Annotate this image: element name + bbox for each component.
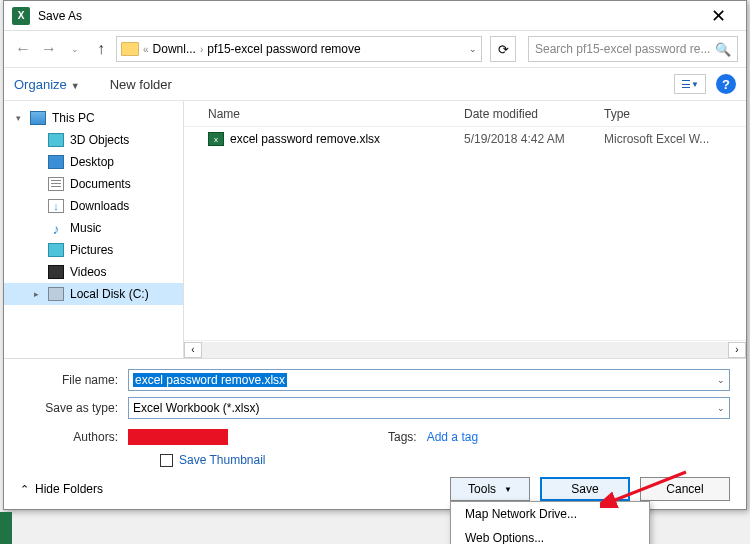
col-header-type[interactable]: Type — [604, 107, 746, 121]
file-rows: xexcel password remove.xlsx5/19/2018 4:4… — [184, 127, 746, 340]
hide-folders-button[interactable]: ⌃ Hide Folders — [20, 482, 103, 496]
search-placeholder: Search pf15-excel password re... — [535, 42, 710, 56]
savetype-value: Excel Workbook (*.xlsx) — [133, 401, 259, 415]
save-button[interactable]: Save — [540, 477, 630, 501]
pc-icon — [30, 111, 46, 125]
file-date: 5/19/2018 4:42 AM — [464, 132, 604, 146]
col-header-name[interactable]: Name — [184, 107, 464, 121]
tree-item-pictures[interactable]: Pictures — [4, 239, 183, 261]
tree-item-desktop[interactable]: Desktop — [4, 151, 183, 173]
music-icon: ♪ — [48, 221, 64, 235]
excel-app-icon: X — [12, 7, 30, 25]
recent-dropdown[interactable]: ⌄ — [64, 38, 86, 60]
tree-item-label: Documents — [70, 177, 131, 191]
tree-item-this-pc[interactable]: ▾This PC — [4, 107, 183, 129]
file-type: Microsoft Excel W... — [604, 132, 746, 146]
breadcrumb-seg-2[interactable]: pf15-excel password remove — [207, 42, 360, 56]
tools-wrap: Tools▼ Map Network Drive...Web Options..… — [450, 477, 530, 501]
tree-item-music[interactable]: ♪Music — [4, 217, 183, 239]
breadcrumb[interactable]: « Downl... › pf15-excel password remove … — [116, 36, 482, 62]
tree-item-documents[interactable]: Documents — [4, 173, 183, 195]
add-tag-button[interactable]: Add a tag — [427, 430, 478, 444]
horizontal-scrollbar[interactable]: ‹ › — [184, 340, 746, 358]
save-thumbnail-checkbox[interactable] — [160, 454, 173, 467]
organize-button[interactable]: Organize▼ — [14, 77, 80, 92]
tags-label: Tags: — [388, 430, 417, 444]
scroll-track[interactable] — [202, 342, 728, 358]
3d-icon — [48, 133, 64, 147]
tree-item-downloads[interactable]: ↓Downloads — [4, 195, 183, 217]
tree-item-label: 3D Objects — [70, 133, 129, 147]
forward-button[interactable]: → — [38, 38, 60, 60]
tree-item-label: Desktop — [70, 155, 114, 169]
chevron-icon: ▸ — [34, 289, 42, 299]
breadcrumb-dropdown[interactable]: ⌄ — [469, 44, 477, 54]
scroll-left-button[interactable]: ‹ — [184, 342, 202, 358]
list-header: Name Date modified Type — [184, 101, 746, 127]
chevron-right-icon: › — [198, 44, 205, 55]
folder-tree[interactable]: ▾This PC3D ObjectsDesktopDocuments↓Downl… — [4, 101, 184, 358]
breadcrumb-seg-1[interactable]: Downl... — [153, 42, 196, 56]
view-mode-button[interactable]: ☰ ▼ — [674, 74, 706, 94]
new-folder-button[interactable]: New folder — [110, 77, 172, 92]
content-area: ▾This PC3D ObjectsDesktopDocuments↓Downl… — [4, 101, 746, 359]
window-title: Save As — [38, 9, 698, 23]
disk-icon — [48, 287, 64, 301]
pics-icon — [48, 243, 64, 257]
bottom-panel: File name: excel password remove.xlsx ⌄ … — [4, 359, 746, 509]
file-name: excel password remove.xlsx — [230, 132, 380, 146]
help-button[interactable]: ? — [716, 74, 736, 94]
search-icon: 🔍 — [715, 42, 731, 57]
background-stripe — [0, 512, 12, 544]
tree-item-label: Music — [70, 221, 101, 235]
tree-item-local-disk-c-[interactable]: ▸Local Disk (C:) — [4, 283, 183, 305]
chevron-up-icon: ⌃ — [20, 483, 29, 496]
savetype-label: Save as type: — [20, 401, 128, 415]
save-as-dialog: X Save As ✕ ← → ⌄ ↑ « Downl... › pf15-ex… — [3, 0, 747, 510]
tools-menu-item-web-options[interactable]: Web Options... — [451, 526, 649, 544]
chevron-icon: ▾ — [16, 113, 24, 123]
tree-item-label: This PC — [52, 111, 95, 125]
filename-input[interactable]: excel password remove.xlsx ⌄ — [128, 369, 730, 391]
filename-label: File name: — [20, 373, 128, 387]
chevron-down-icon[interactable]: ⌄ — [717, 375, 725, 385]
tree-item-label: Local Disk (C:) — [70, 287, 149, 301]
excel-file-icon: x — [208, 132, 224, 146]
file-row[interactable]: xexcel password remove.xlsx5/19/2018 4:4… — [184, 127, 746, 151]
cancel-button[interactable]: Cancel — [640, 477, 730, 501]
tree-item-label: Pictures — [70, 243, 113, 257]
titlebar: X Save As ✕ — [4, 1, 746, 31]
search-input[interactable]: Search pf15-excel password re... 🔍 — [528, 36, 738, 62]
col-header-date[interactable]: Date modified — [464, 107, 604, 121]
refresh-button[interactable]: ⟳ — [490, 36, 516, 62]
tree-item-3d-objects[interactable]: 3D Objects — [4, 129, 183, 151]
authors-label: Authors: — [20, 430, 128, 444]
tools-menu-item-map-network-drive[interactable]: Map Network Drive... — [451, 502, 649, 526]
file-list: Name Date modified Type xexcel password … — [184, 101, 746, 358]
docs-icon — [48, 177, 64, 191]
filename-value: excel password remove.xlsx — [133, 373, 287, 387]
down-icon: ↓ — [48, 199, 64, 213]
back-button[interactable]: ← — [12, 38, 34, 60]
tree-item-label: Downloads — [70, 199, 129, 213]
scroll-right-button[interactable]: › — [728, 342, 746, 358]
savetype-dropdown[interactable]: Excel Workbook (*.xlsx) ⌄ — [128, 397, 730, 419]
vids-icon — [48, 265, 64, 279]
tree-item-videos[interactable]: Videos — [4, 261, 183, 283]
tree-item-label: Videos — [70, 265, 106, 279]
toolbar: Organize▼ New folder ☰ ▼ ? — [4, 67, 746, 101]
save-thumbnail-label: Save Thumbnail — [179, 453, 266, 467]
up-button[interactable]: ↑ — [90, 38, 112, 60]
tools-menu: Map Network Drive...Web Options...Genera… — [450, 501, 650, 544]
close-button[interactable]: ✕ — [698, 2, 738, 30]
nav-bar: ← → ⌄ ↑ « Downl... › pf15-excel password… — [4, 31, 746, 67]
author-value[interactable] — [128, 429, 228, 445]
desktop-icon — [48, 155, 64, 169]
chevron-down-icon[interactable]: ⌄ — [717, 403, 725, 413]
tools-button[interactable]: Tools▼ — [450, 477, 530, 501]
breadcrumb-sep: « — [141, 44, 151, 55]
folder-icon — [121, 42, 139, 56]
